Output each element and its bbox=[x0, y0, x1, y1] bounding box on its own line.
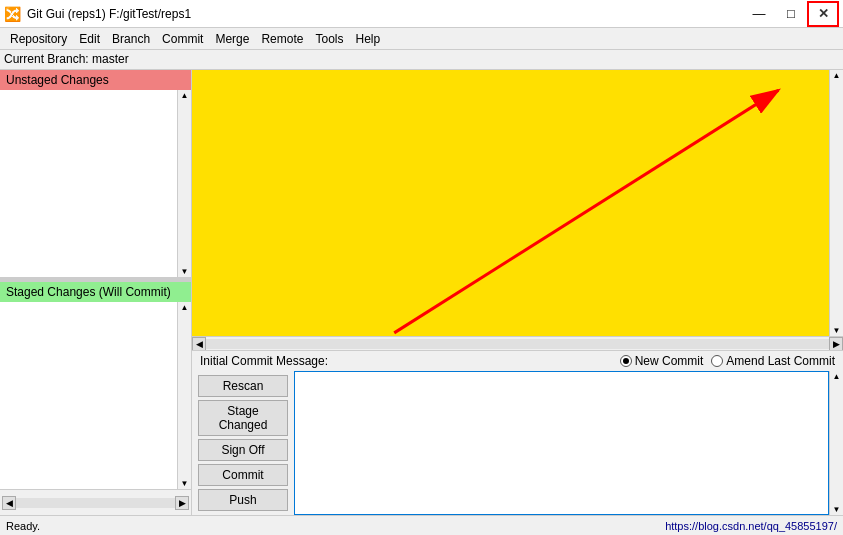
app-icon: 🔀 bbox=[4, 6, 21, 22]
action-buttons: Rescan Stage Changed Sign Off Commit Pus… bbox=[192, 371, 294, 515]
menu-merge[interactable]: Merge bbox=[209, 31, 255, 47]
menu-help[interactable]: Help bbox=[349, 31, 386, 47]
radio-new-commit[interactable]: New Commit bbox=[620, 354, 704, 368]
staged-scrollbar-v[interactable]: ▲ ▼ bbox=[177, 302, 191, 489]
radio-new-commit-label: New Commit bbox=[635, 354, 704, 368]
current-branch-text: Current Branch: master bbox=[4, 52, 129, 66]
menu-branch[interactable]: Branch bbox=[106, 31, 156, 47]
rescan-button[interactable]: Rescan bbox=[198, 375, 288, 397]
push-button[interactable]: Push bbox=[198, 489, 288, 511]
left-hscroll-right[interactable]: ▶ bbox=[175, 496, 189, 510]
diff-hscroll[interactable]: ◀ ▶ bbox=[192, 336, 843, 350]
commit-bottom: Rescan Stage Changed Sign Off Commit Pus… bbox=[192, 371, 843, 515]
diff-scroll-up[interactable]: ▲ bbox=[833, 71, 841, 80]
staged-scroll-down[interactable]: ▼ bbox=[181, 479, 189, 488]
unstaged-section: Unstaged Changes ▲ ▼ bbox=[0, 70, 191, 277]
unstaged-scrollbar-v[interactable]: ▲ ▼ bbox=[177, 90, 191, 277]
branch-bar: Current Branch: master bbox=[0, 50, 843, 70]
unstaged-header: Unstaged Changes bbox=[0, 70, 191, 90]
diff-hscroll-track bbox=[206, 339, 829, 349]
commit-radio-group: New Commit Amend Last Commit bbox=[620, 354, 835, 368]
left-hscroll-track bbox=[16, 498, 175, 508]
commit-scroll-up[interactable]: ▲ bbox=[833, 372, 841, 381]
commit-scroll-down[interactable]: ▼ bbox=[833, 505, 841, 514]
staged-section: Staged Changes (Will Commit) ▲ ▼ bbox=[0, 282, 191, 489]
diff-scrollbar-v[interactable]: ▲ ▼ bbox=[829, 70, 843, 336]
menu-commit[interactable]: Commit bbox=[156, 31, 209, 47]
stage-changed-button[interactable]: Stage Changed bbox=[198, 400, 288, 436]
diff-scroll-down[interactable]: ▼ bbox=[833, 326, 841, 335]
commit-message-input[interactable] bbox=[294, 371, 829, 515]
menu-remote[interactable]: Remote bbox=[255, 31, 309, 47]
main-area: Unstaged Changes ▲ ▼ Staged Changes (Wil… bbox=[0, 70, 843, 515]
unstaged-scroll-up[interactable]: ▲ bbox=[181, 91, 189, 100]
unstaged-list bbox=[0, 90, 177, 277]
diff-hscroll-left[interactable]: ◀ bbox=[192, 337, 206, 351]
staged-scroll-up[interactable]: ▲ bbox=[181, 303, 189, 312]
title-bar: 🔀 Git Gui (reps1) F:/gitTest/reps1 — □ ✕ bbox=[0, 0, 843, 28]
minimize-button[interactable]: — bbox=[743, 1, 775, 27]
commit-scrollbar-v[interactable]: ▲ ▼ bbox=[829, 371, 843, 515]
left-panel: Unstaged Changes ▲ ▼ Staged Changes (Wil… bbox=[0, 70, 192, 515]
sign-off-button[interactable]: Sign Off bbox=[198, 439, 288, 461]
status-url: https://blog.csdn.net/qq_45855197/ bbox=[665, 520, 837, 532]
commit-button[interactable]: Commit bbox=[198, 464, 288, 486]
right-panel: ▲ ▼ ◀ ▶ Initial Commit Message: New Comm… bbox=[192, 70, 843, 515]
menu-bar: Repository Edit Branch Commit Merge Remo… bbox=[0, 28, 843, 50]
status-text: Ready. bbox=[6, 520, 40, 532]
diff-hscroll-right[interactable]: ▶ bbox=[829, 337, 843, 351]
menu-repository[interactable]: Repository bbox=[4, 31, 73, 47]
maximize-button[interactable]: □ bbox=[775, 1, 807, 27]
commit-options-bar: Initial Commit Message: New Commit Amend… bbox=[192, 351, 843, 371]
menu-edit[interactable]: Edit bbox=[73, 31, 106, 47]
radio-amend-commit[interactable]: Amend Last Commit bbox=[711, 354, 835, 368]
menu-tools[interactable]: Tools bbox=[309, 31, 349, 47]
commit-area: Initial Commit Message: New Commit Amend… bbox=[192, 350, 843, 515]
svg-line-1 bbox=[394, 90, 778, 333]
title-bar-left: 🔀 Git Gui (reps1) F:/gitTest/reps1 bbox=[4, 6, 191, 22]
close-button[interactable]: ✕ bbox=[807, 1, 839, 27]
window-title: Git Gui (reps1) F:/gitTest/reps1 bbox=[27, 7, 191, 21]
staged-header: Staged Changes (Will Commit) bbox=[0, 282, 191, 302]
left-hscroll-left[interactable]: ◀ bbox=[2, 496, 16, 510]
unstaged-scroll-down[interactable]: ▼ bbox=[181, 267, 189, 276]
radio-amend-commit-label: Amend Last Commit bbox=[726, 354, 835, 368]
commit-msg-area: ▲ ▼ bbox=[294, 371, 843, 515]
diff-arrow-overlay bbox=[192, 70, 829, 336]
commit-message-label: Initial Commit Message: bbox=[200, 354, 328, 368]
diff-section: ▲ ▼ bbox=[192, 70, 843, 336]
staged-list bbox=[0, 302, 177, 489]
radio-new-commit-dot[interactable] bbox=[620, 355, 632, 367]
diff-area bbox=[192, 70, 829, 336]
radio-amend-commit-dot[interactable] bbox=[711, 355, 723, 367]
staged-list-area: ▲ ▼ bbox=[0, 302, 191, 489]
window-controls: — □ ✕ bbox=[743, 1, 839, 27]
left-bottom-bar: ◀ ▶ bbox=[0, 489, 191, 515]
unstaged-list-area: ▲ ▼ bbox=[0, 90, 191, 277]
left-hscroll[interactable]: ◀ ▶ bbox=[0, 494, 191, 512]
status-bar: Ready. https://blog.csdn.net/qq_45855197… bbox=[0, 515, 843, 535]
